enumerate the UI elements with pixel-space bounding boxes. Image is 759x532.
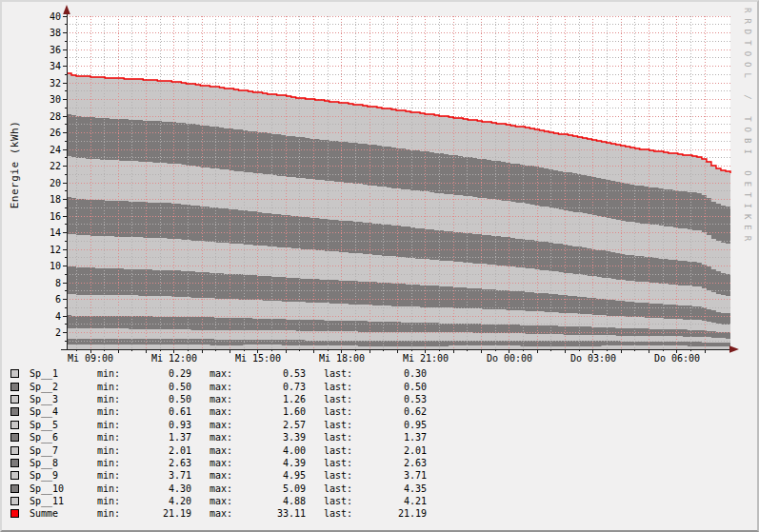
legend-max-label: max: xyxy=(210,420,233,430)
y-tick-label: 6 xyxy=(55,294,61,305)
legend-min-value: 0.50 xyxy=(121,394,191,404)
legend-min-label: min: xyxy=(97,420,121,430)
legend-row: Sp__6min:1.37max:3.39last:1.37 xyxy=(2,431,745,443)
legend-swatch xyxy=(10,497,19,505)
legend-last-value: 2.01 xyxy=(353,445,427,456)
legend-swatch xyxy=(10,433,19,442)
legend-min-label: min: xyxy=(97,382,121,392)
rrdtool-watermark: RRDTOOL / TOBI OETIKER xyxy=(741,8,752,246)
y-tick-label: 2 xyxy=(55,327,61,338)
legend-series-name: Sp__2 xyxy=(30,382,97,392)
legend-last-label: last: xyxy=(324,458,353,468)
legend-max-label: max: xyxy=(210,432,233,443)
legend-series-name: Sp__1 xyxy=(30,368,97,379)
legend-last-value: 0.62 xyxy=(353,406,427,417)
legend-last-value: 0.30 xyxy=(353,368,427,379)
y-tick-label: 16 xyxy=(50,211,61,222)
legend-max-value: 2.57 xyxy=(233,420,306,430)
legend-series-name: Sp__3 xyxy=(30,394,97,404)
legend-max-value: 33.11 xyxy=(233,508,306,519)
legend-min-value: 4.30 xyxy=(121,483,191,494)
legend-max-label: max: xyxy=(210,445,233,456)
legend-max-label: max: xyxy=(210,470,233,481)
legend-max-value: 1.26 xyxy=(233,394,306,404)
legend-last-value: 0.95 xyxy=(353,420,427,430)
legend-series-name: Sp__11 xyxy=(30,496,97,506)
legend-series-name: Sp__4 xyxy=(30,406,97,417)
legend-last-label: last: xyxy=(324,432,353,443)
legend-series-name: Sp__7 xyxy=(30,445,97,456)
legend-last-value: 4.21 xyxy=(353,496,427,506)
legend-min-label: min: xyxy=(97,368,121,379)
legend-min-label: min: xyxy=(97,394,121,404)
legend-row: Sp__2min:0.50max:0.73last:0.50 xyxy=(2,380,745,392)
legend-last-label: last: xyxy=(324,382,353,392)
legend-max-value: 4.00 xyxy=(233,445,306,456)
legend-last-value: 21.19 xyxy=(353,508,427,519)
legend-swatch xyxy=(10,395,19,404)
legend-max-value: 3.39 xyxy=(233,432,306,443)
y-tick-label: 24 xyxy=(50,145,61,155)
legend-min-label: min: xyxy=(97,470,121,481)
legend-swatch xyxy=(10,459,19,467)
legend-min-value: 3.71 xyxy=(121,470,191,481)
y-tick-label: 4 xyxy=(55,311,61,322)
legend-swatch xyxy=(10,509,19,518)
y-tick-label: 12 xyxy=(50,245,61,255)
legend-last-label: last: xyxy=(324,368,353,379)
legend-swatch xyxy=(10,407,19,416)
legend-min-label: min: xyxy=(97,406,121,417)
legend-row: Sp__4min:0.61max:1.60last:0.62 xyxy=(2,405,745,418)
y-tick-label: 30 xyxy=(50,94,61,105)
legend-last-value: 4.35 xyxy=(353,483,427,494)
x-tick-label: Mi 15:00 xyxy=(235,353,281,364)
legend-row: Sp__5min:0.93max:2.57last:0.95 xyxy=(2,419,745,431)
legend-swatch xyxy=(10,471,19,480)
x-tick-label: Mi 09:00 xyxy=(68,353,113,364)
legend-last-label: last: xyxy=(324,406,353,417)
legend-series-name: Sp__5 xyxy=(30,420,97,430)
legend-max-value: 4.88 xyxy=(233,496,306,506)
legend-max-value: 0.53 xyxy=(233,368,306,379)
legend-last-label: last: xyxy=(324,420,353,430)
y-tick-label: 36 xyxy=(50,45,61,55)
legend-swatch xyxy=(10,446,19,455)
legend-min-value: 0.93 xyxy=(121,420,191,430)
legend-swatch xyxy=(10,484,19,493)
legend-max-value: 4.39 xyxy=(233,458,306,468)
legend-max-label: max: xyxy=(210,368,233,379)
y-tick-label: 8 xyxy=(55,278,61,288)
y-tick-label: 22 xyxy=(50,161,61,171)
legend-row: Sp__11min:4.20max:4.88last:4.21 xyxy=(2,495,745,507)
legend-min-label: min: xyxy=(97,496,121,506)
y-tick-label: 28 xyxy=(50,111,61,122)
legend-last-value: 1.37 xyxy=(353,432,427,443)
legend-min-value: 1.37 xyxy=(121,432,191,443)
legend-swatch xyxy=(10,383,19,391)
legend-series-name: Sp__8 xyxy=(30,458,97,468)
legend-row: Summemin:21.19max:33.11last:21.19 xyxy=(2,507,745,520)
legend-min-label: min: xyxy=(97,432,121,443)
y-tick-label: 32 xyxy=(50,78,61,89)
legend-row: Sp__10min:4.30max:5.09last:4.35 xyxy=(2,483,745,495)
legend-last-label: last: xyxy=(324,445,353,456)
legend-series-name: Sp__10 xyxy=(30,483,97,494)
legend-min-value: 0.29 xyxy=(121,368,191,379)
legend-max-value: 5.09 xyxy=(233,483,306,494)
legend-max-label: max: xyxy=(210,406,233,417)
legend-min-value: 0.61 xyxy=(121,406,191,417)
x-tick-label: Mi 18:00 xyxy=(319,353,365,364)
legend-min-value: 2.01 xyxy=(121,445,191,456)
chart-legend: Sp__1min:0.29max:0.53last:0.30Sp__2min:0… xyxy=(2,367,745,521)
legend-max-label: max: xyxy=(210,394,233,404)
legend-last-label: last: xyxy=(324,483,353,494)
legend-swatch xyxy=(10,369,19,378)
legend-min-value: 0.50 xyxy=(121,382,191,392)
y-tick-label: 10 xyxy=(50,261,61,271)
legend-min-value: 2.63 xyxy=(121,458,191,468)
x-tick-label: Mi 21:00 xyxy=(403,353,449,364)
x-tick-label: Do 03:00 xyxy=(570,353,616,364)
legend-row: Sp__1min:0.29max:0.53last:0.30 xyxy=(2,367,745,380)
y-axis-label: Energie (kWh) xyxy=(9,69,22,260)
y-tick-label: 18 xyxy=(50,194,61,205)
